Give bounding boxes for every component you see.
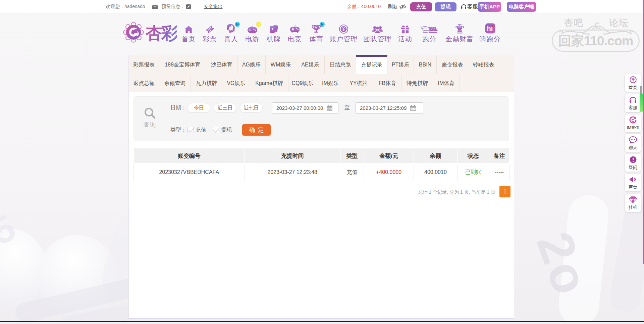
svg-text:C: C — [632, 119, 634, 123]
